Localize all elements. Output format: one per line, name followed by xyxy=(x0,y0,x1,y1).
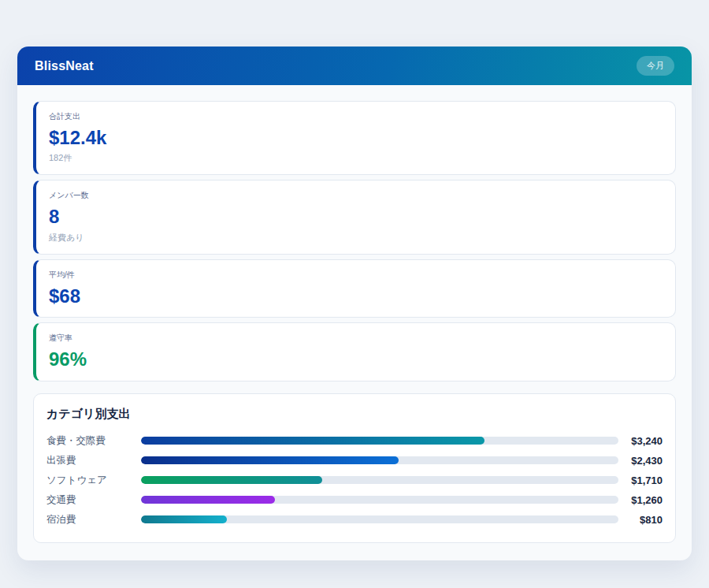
category-label: 出張費 xyxy=(46,454,141,467)
category-row: 出張費 $2,430 xyxy=(46,451,663,471)
stat-value: 96% xyxy=(49,349,663,370)
category-breakdown-card: カテゴリ別支出 食費・交際費 $3,240 出張費 $2,430 ソフトウェア … xyxy=(33,393,676,543)
stat-card-compliance-rate: 遵守率 96% xyxy=(33,322,676,381)
stat-label: メンバー数 xyxy=(49,190,663,201)
category-bar-fill xyxy=(141,496,275,504)
category-bar-fill xyxy=(141,515,227,523)
category-label: 食費・交際費 xyxy=(46,434,141,448)
stat-value: 8 xyxy=(49,207,663,227)
category-value: $1,260 xyxy=(618,494,663,506)
category-label: 宿泊費 xyxy=(46,513,141,527)
stat-value: $12.4k xyxy=(49,128,663,148)
category-value: $1,710 xyxy=(618,474,663,486)
category-bar-track xyxy=(141,515,618,523)
stat-label: 平均/件 xyxy=(49,270,663,281)
category-value: $810 xyxy=(618,514,663,526)
period-badge[interactable]: 今月 xyxy=(637,56,674,76)
stat-card-member-count: メンバー数 8 経費あり xyxy=(33,180,676,254)
stat-sub: 182件 xyxy=(49,152,663,164)
stat-card-average-per-item: 平均/件 $68 xyxy=(33,259,676,318)
category-label: ソフトウェア xyxy=(46,474,141,487)
stat-sub: 経費あり xyxy=(49,232,663,244)
category-bar-fill xyxy=(141,456,399,464)
category-bar-track xyxy=(141,456,618,464)
stat-card-total-spend: 合計支出 $12.4k 182件 xyxy=(33,101,676,175)
stat-label: 合計支出 xyxy=(49,111,663,122)
category-row: 食費・交際費 $3,240 xyxy=(46,431,663,451)
category-bar-fill xyxy=(141,476,322,484)
category-row: ソフトウェア $1,710 xyxy=(46,471,663,490)
dashboard-panel: BlissNeat 今月 合計支出 $12.4k 182件 メンバー数 8 経費… xyxy=(17,47,692,560)
app-header: BlissNeat 今月 xyxy=(17,47,692,85)
category-bar-track xyxy=(141,496,618,504)
stat-value: $68 xyxy=(49,286,663,307)
category-value: $2,430 xyxy=(618,455,663,467)
category-section-title: カテゴリ別支出 xyxy=(46,407,663,422)
category-value: $3,240 xyxy=(618,435,663,447)
category-bar-track xyxy=(141,476,618,484)
category-bar-fill xyxy=(141,437,484,445)
category-bar-track xyxy=(141,437,618,445)
dashboard-content: 合計支出 $12.4k 182件 メンバー数 8 経費あり 平均/件 $68 遵… xyxy=(17,85,692,560)
category-row: 宿泊費 $810 xyxy=(46,510,663,530)
category-row: 交通費 $1,260 xyxy=(46,490,663,510)
app-title: BlissNeat xyxy=(35,59,94,73)
stat-label: 遵守率 xyxy=(49,333,663,344)
category-label: 交通費 xyxy=(46,493,141,507)
